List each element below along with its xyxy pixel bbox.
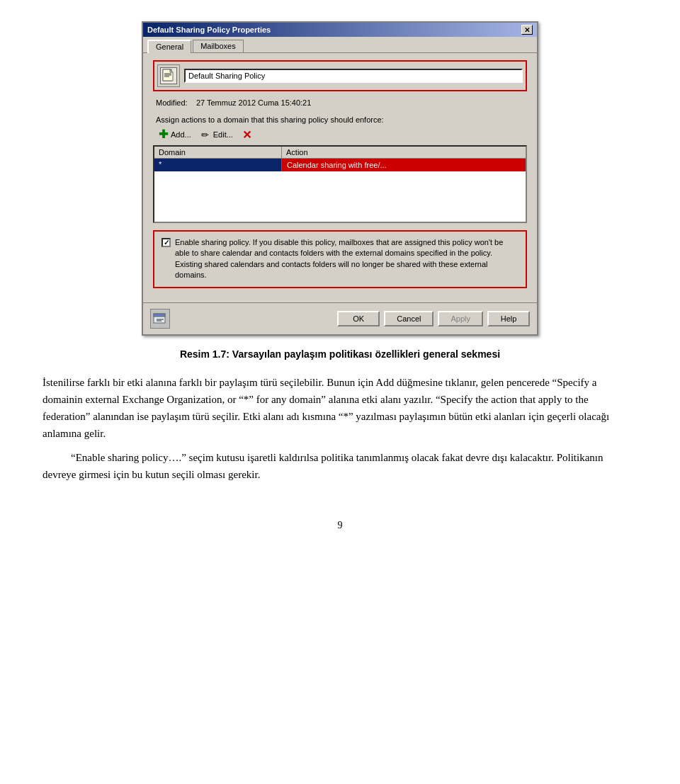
paragraph-1: İstenilirse farklı bir etki alanına fark…	[42, 374, 638, 442]
figure-caption: Resim 1.7: Varsayılan paylaşım politikas…	[180, 348, 500, 360]
enable-policy-checkbox[interactable]: ✓	[162, 238, 171, 247]
col-domain-header: Domain	[154, 147, 282, 158]
enable-policy-text: Enable sharing policy. If you disable th…	[175, 237, 518, 281]
dialog-tabs: General Mailboxes	[143, 37, 537, 52]
tab-general[interactable]: General	[147, 40, 191, 53]
info-icon	[153, 312, 167, 326]
policy-name-input[interactable]	[184, 69, 523, 83]
table-cell-domain: *	[154, 159, 282, 171]
modified-row: Modified: 27 Temmuz 2012 Cuma 15:40:21	[153, 98, 527, 107]
dialog-title: Default Sharing Policy Properties	[147, 25, 271, 34]
body-text: İstenilirse farklı bir etki alanına fark…	[42, 374, 638, 490]
table-header: Domain Action	[154, 147, 526, 159]
svg-rect-7	[154, 314, 165, 317]
add-icon: ✚	[157, 129, 169, 140]
apply-button[interactable]: Apply	[438, 311, 483, 326]
toolbar: ✚ Add... ✏ Edit... ✕	[153, 128, 527, 141]
paragraph-2: “Enable sharing policy….” seçim kutusu i…	[42, 449, 638, 483]
table-row[interactable]: * Calendar sharing with free/...	[154, 159, 526, 171]
page-number: 9	[338, 520, 343, 531]
domain-table-container: Domain Action * Calendar sharing with fr…	[153, 145, 527, 223]
dialog-title-text: Default Sharing Policy Properties	[147, 25, 271, 34]
assign-label: Assign actions to a domain that this sha…	[153, 115, 527, 124]
policy-icon	[157, 64, 180, 87]
dialog-titlebar: Default Sharing Policy Properties ✕	[143, 23, 537, 37]
table-cell-action: Calendar sharing with free/...	[282, 159, 526, 171]
policy-icon-inner	[160, 67, 177, 84]
ok-button[interactable]: OK	[337, 311, 380, 326]
delete-button[interactable]: ✕	[240, 128, 254, 141]
dialog-wrapper: Default Sharing Policy Properties ✕ Gene…	[142, 21, 538, 336]
name-row	[153, 60, 527, 91]
tab-mailboxes[interactable]: Mailboxes	[193, 40, 244, 52]
document-icon	[162, 69, 175, 83]
dialog-body: Modified: 27 Temmuz 2012 Cuma 15:40:21 A…	[143, 52, 537, 302]
cancel-button[interactable]: Cancel	[384, 311, 434, 326]
edit-icon: ✏	[200, 129, 211, 140]
dialog-footer: OK Cancel Apply Help	[143, 302, 537, 334]
page-content: Default Sharing Policy Properties ✕ Gene…	[42, 21, 638, 531]
delete-icon: ✕	[242, 129, 253, 140]
enable-policy-box: ✓ Enable sharing policy. If you disable …	[153, 230, 527, 288]
add-button[interactable]: ✚ Add...	[156, 128, 193, 141]
help-button[interactable]: Help	[487, 311, 530, 326]
footer-icon	[150, 309, 170, 329]
edit-button[interactable]: ✏ Edit...	[198, 128, 234, 141]
dialog-close-button[interactable]: ✕	[521, 25, 533, 35]
col-action-header: Action	[282, 147, 526, 158]
dialog: Default Sharing Policy Properties ✕ Gene…	[142, 21, 538, 336]
